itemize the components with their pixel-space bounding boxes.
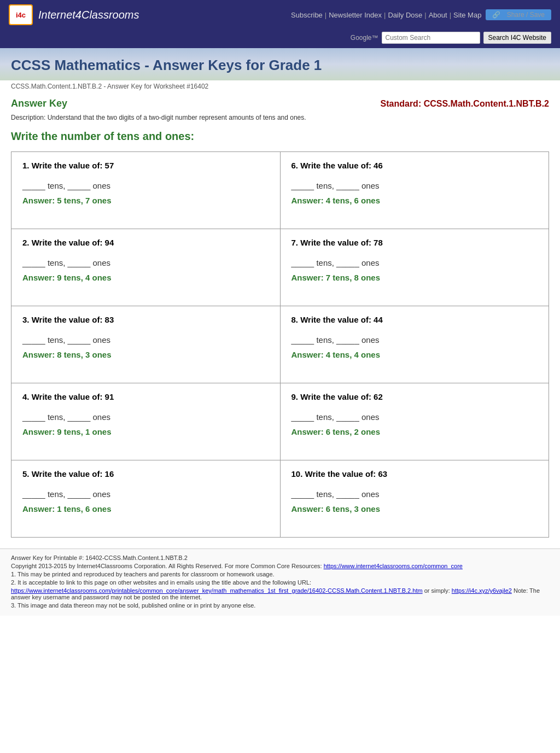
blank-line-7: _____ tens, _____ ones	[291, 258, 538, 267]
footer-line1: Answer Key for Printable #: 16402-CCSS.M…	[11, 554, 549, 561]
footer-link2[interactable]: https://www.internet4classrooms.com/prin…	[11, 587, 423, 594]
answer-8: Answer: 4 tens, 4 ones	[291, 350, 538, 359]
blank-line-8: _____ tens, _____ ones	[291, 335, 538, 345]
blank-line-10: _____ tens, _____ ones	[291, 489, 538, 499]
problem-cell-1: 1. Write the value of: 57 _____ tens, __…	[11, 152, 281, 229]
answer-10: Answer: 6 tens, 3 ones	[291, 504, 538, 513]
problem-question-10: 10. Write the value of: 63	[291, 469, 538, 478]
footer-line4b: https://www.internet4classrooms.com/prin…	[11, 587, 549, 600]
blank-line-2: _____ tens, _____ ones	[22, 258, 269, 267]
nav-subscribe[interactable]: Subscribe	[291, 11, 323, 19]
problem-cell-7: 7. Write the value of: 78 _____ tens, __…	[281, 229, 549, 306]
nav-newsletter[interactable]: Newsletter Index	[329, 11, 382, 19]
footer-line4: 2. It is acceptable to link to this page…	[11, 579, 549, 586]
problem-row-1: 1. Write the value of: 57 _____ tens, __…	[11, 152, 549, 229]
problem-cell-10: 10. Write the value of: 63 _____ tens, _…	[281, 460, 549, 537]
share-save-button[interactable]: 🔗 Share / Save	[486, 9, 551, 20]
blank-line-5: _____ tens, _____ ones	[22, 489, 269, 499]
description-text: Description: Understand that the two dig…	[11, 114, 549, 121]
nav-links: Subscribe | Newsletter Index | Daily Dos…	[291, 9, 551, 20]
nav-about[interactable]: About	[429, 11, 447, 19]
problem-cell-5: 5. Write the value of: 16 _____ tens, __…	[11, 460, 281, 537]
google-label: Google™	[351, 34, 378, 42]
nav-daily-dose[interactable]: Daily Dose	[388, 11, 422, 19]
problem-question-4: 4. Write the value of: 91	[22, 392, 269, 401]
problem-cell-8: 8. Write the value of: 44 _____ tens, __…	[281, 306, 549, 383]
problem-row-3: 3. Write the value of: 83 _____ tens, __…	[11, 306, 549, 383]
blank-line-6: _____ tens, _____ ones	[291, 181, 538, 190]
problem-row-2: 2. Write the value of: 94 _____ tens, __…	[11, 229, 549, 306]
problem-question-3: 3. Write the value of: 83	[22, 315, 269, 324]
problem-cell-6: 6. Write the value of: 46 _____ tens, __…	[281, 152, 549, 229]
worksheet-title: Write the number of tens and ones:	[11, 130, 549, 143]
answer-key-header: Answer Key Standard: CCSS.Math.Content.1…	[11, 98, 549, 109]
footer: Answer Key for Printable #: 16402-CCSS.M…	[0, 548, 560, 616]
breadcrumb: CCSS.Math.Content.1.NBT.B.2 - Answer Key…	[0, 80, 560, 92]
search-button[interactable]: Search I4C Website	[483, 32, 552, 44]
content: Answer Key Standard: CCSS.Math.Content.1…	[0, 92, 560, 548]
footer-link1[interactable]: https://www.internet4classrooms.com/comm…	[324, 563, 463, 569]
answer-1: Answer: 5 tens, 7 ones	[22, 196, 269, 205]
footer-line2: Copyright 2013-2015 by Internet4Classroo…	[11, 563, 549, 569]
problem-row-5: 5. Write the value of: 16 _____ tens, __…	[11, 460, 549, 537]
page-title: CCSS Mathematics - Answer Keys for Grade…	[11, 57, 549, 74]
problems-grid: 1. Write the value of: 57 _____ tens, __…	[11, 151, 549, 538]
answer-6: Answer: 4 tens, 6 ones	[291, 196, 538, 205]
footer-line3: 1. This may be printed and reproduced by…	[11, 571, 549, 577]
footer-link2b[interactable]: https://i4c.xyz/y6vajle2	[452, 587, 512, 594]
header: i4c Internet4Classrooms Subscribe | News…	[0, 0, 560, 30]
logo-icon: i4c	[9, 4, 33, 25]
problem-question-8: 8. Write the value of: 44	[291, 315, 538, 324]
nav-sitemap[interactable]: Site Map	[453, 11, 481, 19]
blank-line-4: _____ tens, _____ ones	[22, 412, 269, 422]
search-bar: Google™ Search I4C Website	[0, 30, 560, 48]
site-name: Internet4Classrooms	[38, 9, 139, 21]
share-icon: 🔗	[492, 11, 500, 19]
problem-cell-9: 9. Write the value of: 62 _____ tens, __…	[281, 383, 549, 460]
problem-question-5: 5. Write the value of: 16	[22, 469, 269, 478]
answer-3: Answer: 8 tens, 3 ones	[22, 350, 269, 359]
search-input[interactable]	[382, 32, 480, 44]
problem-question-6: 6. Write the value of: 46	[291, 161, 538, 170]
problem-row-4: 4. Write the value of: 91 _____ tens, __…	[11, 383, 549, 460]
answer-5: Answer: 1 tens, 6 ones	[22, 504, 269, 513]
answer-key-title: Answer Key	[11, 98, 67, 109]
footer-line5: 3. This image and data thereon may not b…	[11, 602, 549, 609]
problem-cell-2: 2. Write the value of: 94 _____ tens, __…	[11, 229, 281, 306]
problem-question-9: 9. Write the value of: 62	[291, 392, 538, 401]
answer-2: Answer: 9 tens, 4 ones	[22, 273, 269, 282]
problem-cell-3: 3. Write the value of: 83 _____ tens, __…	[11, 306, 281, 383]
problem-question-1: 1. Write the value of: 57	[22, 161, 269, 170]
problem-question-7: 7. Write the value of: 78	[291, 238, 538, 247]
blank-line-9: _____ tens, _____ ones	[291, 412, 538, 422]
blank-line-1: _____ tens, _____ ones	[22, 181, 269, 190]
answer-7: Answer: 7 tens, 8 ones	[291, 273, 538, 282]
problem-question-2: 2. Write the value of: 94	[22, 238, 269, 247]
logo-area: i4c Internet4Classrooms	[9, 4, 139, 25]
answer-9: Answer: 6 tens, 2 ones	[291, 427, 538, 436]
answer-4: Answer: 9 tens, 1 ones	[22, 427, 269, 436]
banner: CCSS Mathematics - Answer Keys for Grade…	[0, 48, 560, 80]
problem-cell-4: 4. Write the value of: 91 _____ tens, __…	[11, 383, 281, 460]
standard-label: Standard: CCSS.Math.Content.1.NBT.B.2	[381, 99, 549, 109]
blank-line-3: _____ tens, _____ ones	[22, 335, 269, 345]
